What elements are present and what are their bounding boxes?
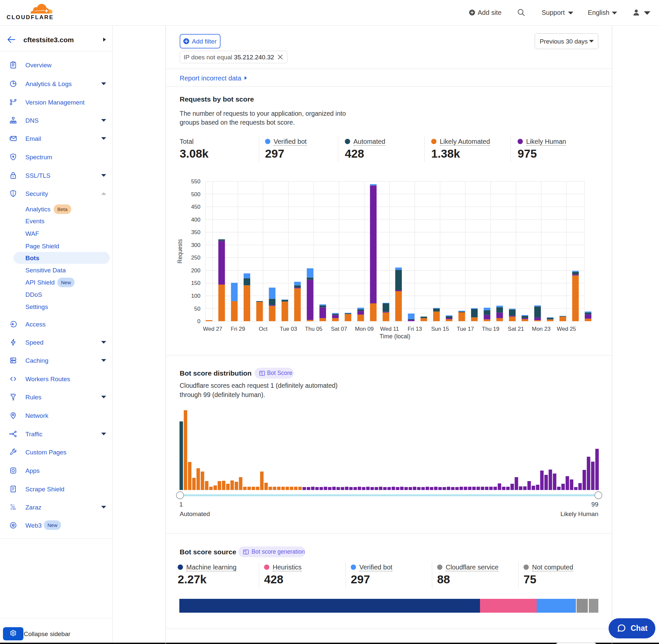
svg-text:Sat 07: Sat 07 [331,326,347,332]
svg-text:400: 400 [191,217,201,223]
svg-text:200: 200 [191,268,201,274]
svg-text:Fri 13: Fri 13 [408,326,422,332]
svg-text:Time (local): Time (local) [379,333,410,340]
svg-text:150: 150 [191,280,201,286]
svg-text:Wed 25: Wed 25 [557,326,576,332]
svg-text:Sun 15: Sun 15 [431,326,449,332]
svg-text:100: 100 [191,293,201,299]
svg-text:Thu 19: Thu 19 [482,326,499,332]
svg-text:500: 500 [191,191,201,198]
svg-text:Wed 27: Wed 27 [203,326,222,332]
svg-text:Tue 03: Tue 03 [280,326,297,332]
svg-text:Wed 11: Wed 11 [380,326,399,332]
svg-text:550: 550 [191,178,201,185]
svg-text:Sat 21: Sat 21 [508,326,524,332]
svg-text:50: 50 [194,306,201,312]
svg-text:Requests: Requests [177,239,183,263]
svg-text:Mon 23: Mon 23 [532,326,550,332]
svg-text:300: 300 [191,242,201,248]
svg-text:0: 0 [197,318,201,324]
svg-text:350: 350 [191,229,201,235]
svg-text:Tue 17: Tue 17 [456,326,474,332]
svg-text:250: 250 [191,255,201,261]
svg-text:Thu 05: Thu 05 [305,326,323,332]
svg-text:Oct: Oct [259,326,268,332]
svg-text:Mon 09: Mon 09 [355,326,374,332]
svg-text:Fri 29: Fri 29 [231,326,245,332]
svg-text:450: 450 [191,204,201,210]
